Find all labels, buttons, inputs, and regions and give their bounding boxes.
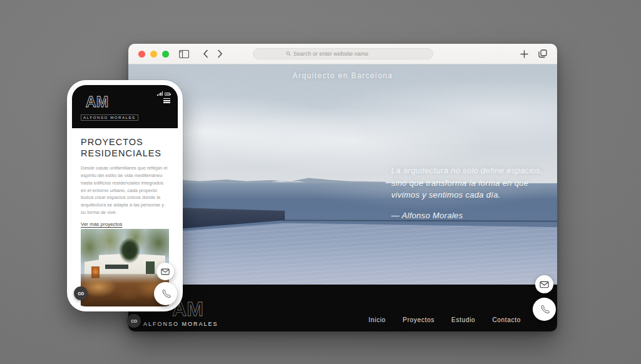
gray-backdrop: Arquitecto en Barcelona La arquitectura … [0, 0, 641, 364]
handset-icon [161, 289, 171, 299]
search-input[interactable] [294, 51, 400, 57]
sidebar-icon[interactable] [179, 50, 189, 58]
battery-icon [165, 93, 170, 96]
site-footer: AM ALFONSO MORALES Inicio Proyectos Estu… [128, 285, 557, 331]
email-fab-mobile[interactable] [156, 263, 174, 280]
back-icon[interactable] [203, 49, 208, 58]
toolbar-right-icons [520, 49, 547, 58]
envelope-icon [161, 268, 170, 275]
mobile-brand-name: ALFONSO MORALES [81, 114, 138, 121]
watermark-label: co [78, 290, 84, 296]
phone-mockup: AM ALFONSO MORALES PROYECTOS RESIDENCIAL… [67, 80, 183, 311]
close-window-button[interactable] [138, 51, 145, 58]
ver-mas-proyectos-link[interactable]: Ver más proyectos [81, 221, 122, 227]
watermark-badge[interactable]: co [127, 314, 141, 328]
photo-dark-tree [115, 235, 145, 275]
watermark-label: co [131, 318, 137, 324]
address-bar[interactable] [253, 48, 433, 59]
footer-nav: Inicio Proyectos Estudio Contacto [369, 316, 521, 323]
watermark-badge-mobile[interactable]: co [74, 286, 88, 300]
hamburger-menu-icon[interactable] [163, 97, 170, 104]
new-tab-icon[interactable] [520, 50, 528, 58]
toolbar-left-icons [179, 49, 223, 58]
svg-text:AM: AM [86, 94, 108, 110]
phone-fab-mobile[interactable] [154, 282, 177, 305]
traffic-lights [138, 51, 169, 58]
am-monogram-logo-mobile: AM [81, 91, 113, 110]
nav-inicio[interactable]: Inicio [369, 316, 386, 323]
mobile-content: PROYECTOS RESIDENCIALES Desde casas unif… [72, 128, 178, 228]
web-page: Arquitecto en Barcelona La arquitectura … [128, 64, 557, 331]
nav-estudio[interactable]: Estudio [451, 316, 475, 323]
mobile-header: AM ALFONSO MORALES [72, 85, 178, 128]
quote-author: — Alfonso Morales [391, 211, 557, 220]
forward-icon[interactable] [217, 49, 223, 58]
zoom-window-button[interactable] [162, 51, 169, 58]
nav-proyectos[interactable]: Proyectos [403, 316, 434, 323]
nav-contacto[interactable]: Contacto [492, 316, 521, 323]
mobile-body-text: Desde casas unifamiliares que reflejan e… [81, 164, 169, 216]
mobile-status-bar [157, 91, 170, 96]
hero-tagline: Arquitecto en Barcelona [128, 71, 557, 80]
search-icon [286, 51, 291, 56]
email-fab[interactable] [535, 275, 553, 293]
signal-icon [157, 91, 163, 96]
mobile-section-title: PROYECTOS RESIDENCIALES [81, 136, 169, 159]
hero-image-infinity-pool: Arquitecto en Barcelona La arquitectura … [128, 64, 557, 285]
browser-window: Arquitecto en Barcelona La arquitectura … [128, 44, 557, 331]
photo-window [146, 261, 155, 274]
hero-quote: La arquitectura no solo define espacios,… [391, 164, 557, 220]
browser-toolbar [128, 44, 557, 64]
handset-icon [540, 305, 550, 315]
phone-fab[interactable] [533, 298, 556, 321]
minimize-window-button[interactable] [150, 51, 157, 58]
tabs-overview-icon[interactable] [538, 49, 547, 58]
envelope-icon [540, 281, 549, 288]
footer-brand-name: ALFONSO MORALES [143, 321, 218, 327]
quote-text: La arquitectura no solo define espacios,… [391, 164, 557, 201]
